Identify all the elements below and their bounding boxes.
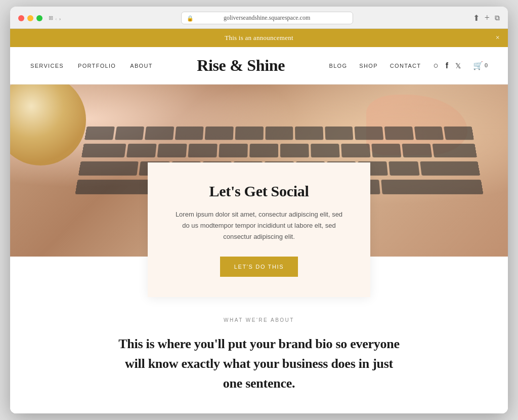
nav-link-about[interactable]: ABOUT <box>130 63 153 69</box>
announcement-text: This is an announcement <box>225 34 293 41</box>
hero-section: Let's Get Social Lorem ipsum dolor sit a… <box>10 85 508 257</box>
card-cta-button[interactable]: LET'S DO THIS <box>220 257 298 277</box>
lock-icon: 🔒 <box>187 15 194 21</box>
facebook-icon[interactable] <box>446 61 448 70</box>
address-bar-wrap: 🔒 goliverseandshine.squarespace.com <box>67 12 467 24</box>
url-text: goliverseandshine.squarespace.com <box>224 14 310 21</box>
tabs-icon[interactable]: ⧉ <box>495 14 500 22</box>
cart-button[interactable]: 🛒 0 <box>473 61 488 70</box>
twitter-icon[interactable] <box>455 61 461 70</box>
browser-window: ⊞ ‹ › 🔒 goliverseandshine.squarespace.co… <box>10 7 508 413</box>
nav-link-blog[interactable]: BLOG <box>329 63 347 69</box>
card-title: Let's Get Social <box>173 183 345 200</box>
new-tab-icon[interactable]: + <box>485 13 490 23</box>
cart-icon: 🛒 <box>473 61 483 70</box>
nav-left-links: SERVICES PORTFOLIO ABOUT <box>30 63 153 69</box>
coffee-cup-decoration <box>10 85 86 165</box>
browser-chrome: ⊞ ‹ › 🔒 goliverseandshine.squarespace.co… <box>10 7 508 29</box>
site-logo[interactable]: Rise & Shine <box>197 56 285 75</box>
forward-button[interactable]: › <box>59 15 61 21</box>
browser-nav-controls: ⊞ ‹ › <box>49 15 61 21</box>
nav-link-services[interactable]: SERVICES <box>30 63 64 69</box>
announcement-bar: This is an announcement × <box>10 29 508 47</box>
nav-right-section: BLOG SHOP CONTACT 🛒 0 <box>329 61 488 71</box>
fullscreen-button[interactable] <box>36 15 42 21</box>
close-button[interactable] <box>18 15 24 21</box>
section-headline: This is where you'll put your brand bio … <box>117 334 401 393</box>
browser-right-controls: ⬆ + ⧉ <box>473 13 500 23</box>
address-bar[interactable]: 🔒 goliverseandshine.squarespace.com <box>181 12 353 24</box>
back-button[interactable]: ‹ <box>55 15 57 21</box>
nav-link-portfolio[interactable]: PORTFOLIO <box>78 63 116 69</box>
website-content: This is an announcement × SERVICES PORTF… <box>10 29 508 413</box>
nav-link-contact[interactable]: CONTACT <box>390 63 421 69</box>
minimize-button[interactable] <box>27 15 33 21</box>
navigation: SERVICES PORTFOLIO ABOUT Rise & Shine BL… <box>10 47 508 85</box>
instagram-icon[interactable] <box>433 61 438 71</box>
announcement-close-button[interactable]: × <box>496 34 500 42</box>
traffic-lights <box>18 15 42 21</box>
sidebar-toggle-icon[interactable]: ⊞ <box>49 15 53 21</box>
hero-card: Let's Get Social Lorem ipsum dolor sit a… <box>148 162 370 297</box>
card-body: Lorem ipsum dolor sit amet, consectur ad… <box>173 209 345 242</box>
nav-link-shop[interactable]: SHOP <box>359 63 377 69</box>
section-eyebrow: WHAT WE'RE ABOUT <box>10 317 508 323</box>
share-icon[interactable]: ⬆ <box>473 13 480 23</box>
cart-count: 0 <box>485 62 488 69</box>
social-icons <box>433 61 461 71</box>
